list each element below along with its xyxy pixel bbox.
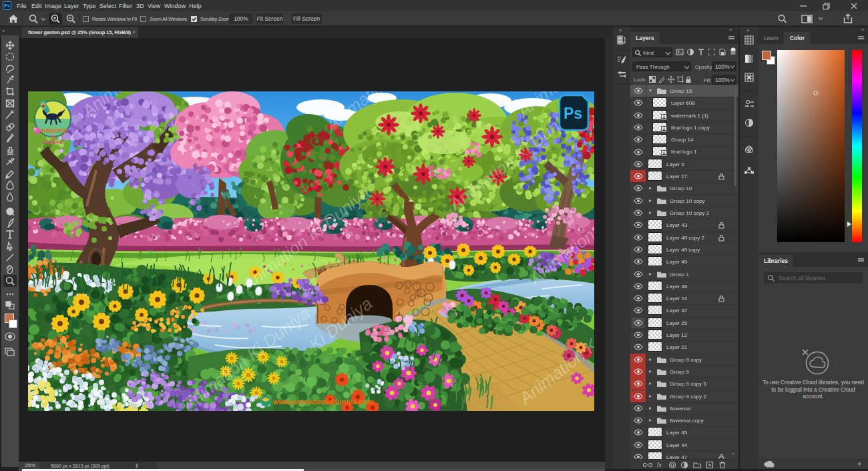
svg-text:ANIMATION: ANIMATION (38, 128, 67, 134)
svg-text:DUNIYA: DUNIYA (43, 139, 63, 145)
svg-text:KI: KI (51, 134, 55, 139)
svg-text:fx: fx (657, 462, 662, 468)
svg-text:Ps: Ps (564, 105, 582, 122)
svg-text:www.animationkiduniya.com: www.animationkiduniya.com (273, 398, 374, 406)
